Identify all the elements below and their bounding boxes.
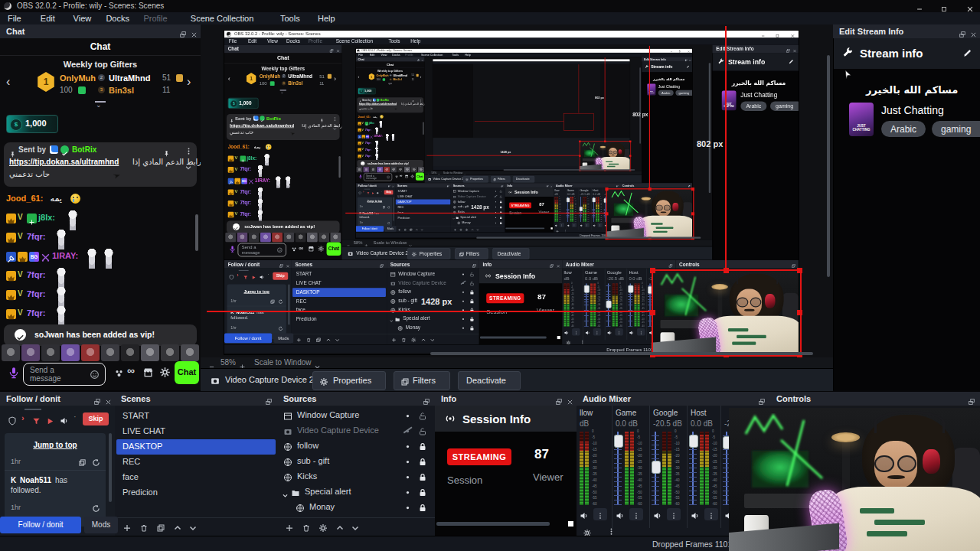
follow-scrollbar[interactable] — [109, 433, 112, 502]
refresh-icon[interactable] — [92, 456, 100, 465]
menu-item-scene-collection[interactable]: Scene Collection — [191, 14, 254, 23]
store-icon[interactable] — [142, 367, 154, 378]
visibility-icon[interactable] — [403, 502, 413, 512]
close-icon[interactable] — [191, 28, 198, 34]
visibility-icon[interactable] — [403, 441, 413, 451]
edit-pencil-icon[interactable] — [962, 47, 973, 58]
source-row-sub---gift[interactable]: sub - gift — [277, 453, 435, 468]
popout-icon[interactable] — [179, 28, 187, 35]
menu-item-edit[interactable]: Edit — [41, 14, 55, 23]
scene-down-icon[interactable] — [188, 522, 198, 531]
channel-menu[interactable] — [667, 508, 681, 520]
scale-dropdown-icon[interactable] — [314, 360, 321, 367]
add-source-icon[interactable] — [285, 522, 294, 531]
channel-menu[interactable] — [704, 508, 718, 520]
chat-input[interactable]: Send a message — [23, 363, 106, 386]
scene-row-live-chat[interactable]: LIVE CHAT — [116, 424, 276, 439]
chat-settings-icon[interactable] — [159, 367, 171, 378]
mute-icon[interactable] — [580, 510, 589, 519]
refresh-icon[interactable] — [92, 502, 100, 510]
volume-icon[interactable] — [60, 415, 69, 424]
emote-thumb[interactable] — [81, 344, 100, 361]
scale-mode[interactable]: Scale to Window — [254, 358, 311, 367]
emote-thumb[interactable] — [181, 344, 199, 361]
scene-row-rec[interactable]: REC — [116, 455, 276, 470]
preview-pane[interactable]: OBS 32.0.2 - Profile: wily - Scenes: Sce… — [201, 24, 833, 357]
lock-icon[interactable] — [418, 441, 427, 450]
expand-icon[interactable] — [282, 488, 289, 495]
lock-icon[interactable] — [418, 471, 427, 481]
popout-icon[interactable] — [968, 395, 975, 403]
source-row-follow[interactable]: follow — [277, 438, 435, 453]
donation-link[interactable]: https://tip.dokan.sa/ultramhnd — [9, 158, 119, 166]
zoom-out-icon[interactable] — [208, 360, 215, 367]
close-icon[interactable] — [567, 395, 573, 402]
filter-icon[interactable] — [32, 415, 41, 423]
emoji-icon[interactable] — [90, 369, 100, 379]
volume-slider[interactable] — [652, 432, 659, 505]
close-icon[interactable] — [105, 395, 112, 402]
scene-up-icon[interactable] — [173, 522, 182, 531]
menu-item-docks[interactable]: Docks — [106, 14, 129, 23]
info-hscrollbar[interactable] — [436, 522, 550, 526]
shield-icon[interactable] — [8, 415, 17, 424]
popout-icon[interactable] — [93, 395, 101, 403]
jump-to-top-link[interactable]: Jump to top — [5, 441, 106, 449]
source-row-video-capture-device[interactable]: Video Capture Device — [277, 422, 435, 438]
pinned-collapse-icon[interactable] — [185, 161, 192, 168]
lock-icon[interactable] — [418, 425, 427, 435]
chat-send-button[interactable]: Chat — [175, 361, 199, 384]
source-row-monay[interactable]: Monay — [277, 499, 435, 514]
add-scene-icon[interactable] — [122, 522, 132, 531]
points-button[interactable]: $1,000 — [6, 115, 58, 133]
scene-row-face[interactable]: face — [116, 470, 276, 485]
gifter-2-name[interactable]: UltraMhnd — [109, 73, 150, 83]
source-up-icon[interactable] — [335, 522, 345, 531]
maximize-icon[interactable] — [940, 2, 948, 10]
source-properties-icon[interactable] — [318, 522, 328, 531]
selection-handle[interactable] — [724, 268, 729, 273]
gifter-3-name[interactable]: Bin3sl — [109, 86, 134, 95]
volume-slider[interactable] — [689, 432, 697, 505]
source-row-window-capture[interactable]: Window Capture — [277, 407, 435, 422]
preview-hscrollbar[interactable] — [430, 352, 813, 355]
mods-tab[interactable]: Mods — [84, 517, 118, 533]
lock-icon[interactable] — [418, 487, 427, 496]
selection-handle[interactable] — [650, 310, 655, 315]
source-row-kicks[interactable]: Kicks — [277, 468, 435, 484]
selection-handle[interactable] — [797, 310, 802, 315]
visibility-icon[interactable] — [403, 471, 413, 481]
source-down-icon[interactable] — [351, 522, 360, 531]
slider-knob[interactable] — [652, 461, 661, 474]
volume-slider[interactable] — [614, 432, 622, 505]
emote-thumb[interactable] — [41, 344, 60, 361]
menu-item-view[interactable]: View — [74, 14, 92, 23]
selection-handle[interactable] — [797, 268, 802, 273]
infinity-icon[interactable]: ∞ — [127, 364, 135, 377]
close-icon[interactable] — [970, 28, 977, 34]
collapse-chevron-icon[interactable]: ⌄ — [96, 101, 102, 109]
voice-mic-icon[interactable] — [8, 366, 20, 380]
popout-icon[interactable] — [423, 395, 430, 403]
menu-item-help[interactable]: Help — [318, 14, 335, 23]
pinned-menu-icon[interactable] — [185, 145, 193, 153]
zoom-level[interactable]: 58% — [220, 358, 236, 367]
emote-thumb[interactable] — [121, 344, 139, 361]
popout-icon[interactable] — [758, 395, 766, 403]
badges-icon[interactable] — [113, 367, 125, 379]
emote-thumb[interactable] — [141, 344, 159, 361]
visibility-icon[interactable] — [403, 456, 413, 466]
lock-icon[interactable] — [418, 456, 427, 465]
lock-icon[interactable] — [418, 502, 427, 511]
menu-item-tools[interactable]: Tools — [280, 14, 300, 23]
scene-row-dasktop[interactable]: DASKTOP — [116, 439, 276, 455]
source-selection-box[interactable] — [652, 269, 802, 357]
menu-item-profile[interactable]: Profile — [143, 14, 167, 23]
arrow-icon[interactable]: › — [21, 413, 24, 422]
tag-arabic[interactable]: Arabic — [881, 121, 926, 137]
zoom-in-icon[interactable] — [239, 360, 246, 367]
mute-icon[interactable] — [691, 510, 700, 519]
popout-icon[interactable] — [555, 395, 563, 403]
gifters-prev-arrow-icon[interactable]: ‹ — [6, 75, 10, 89]
mixer-settings-icon[interactable] — [583, 527, 592, 535]
